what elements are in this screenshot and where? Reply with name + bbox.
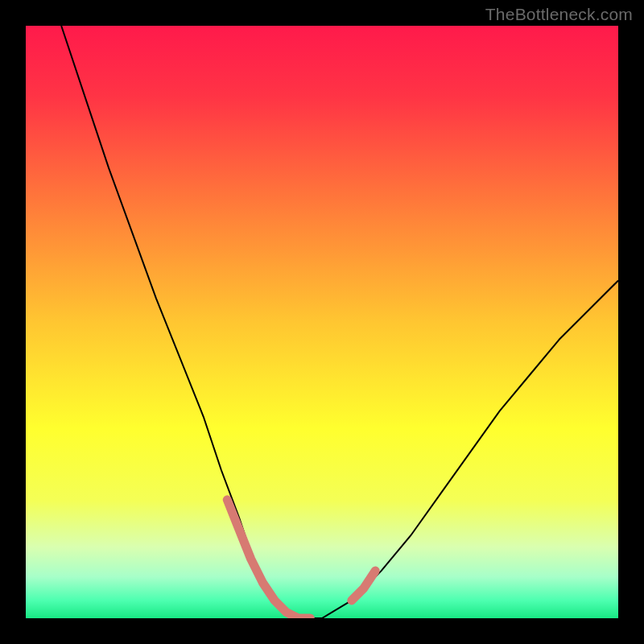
chart-frame: TheBottleneck.com [0, 0, 644, 644]
curve-layer [26, 26, 618, 618]
plot-area [26, 26, 618, 618]
series-bottleneck-curve [61, 26, 618, 618]
watermark-text: TheBottleneck.com [485, 5, 633, 24]
series-highlight-segment-right [352, 571, 375, 601]
